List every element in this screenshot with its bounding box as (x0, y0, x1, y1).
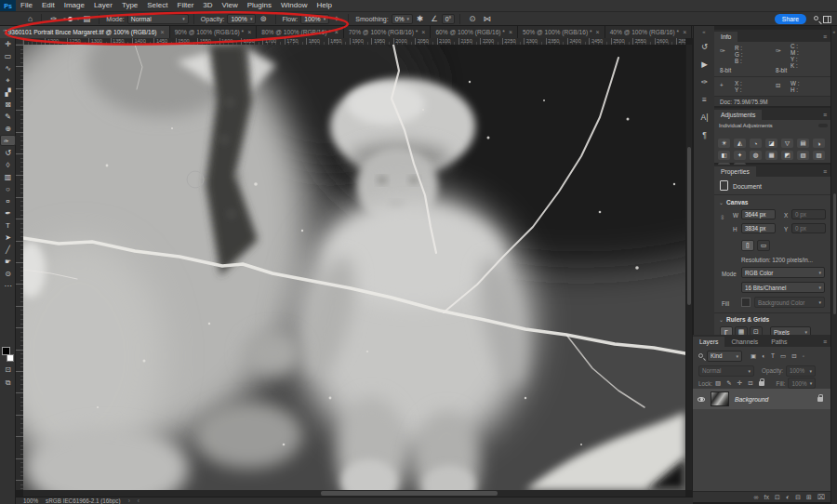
edit-toolbar[interactable]: ⋯ (0, 280, 16, 292)
adjustment-curves-icon[interactable]: ◔ (750, 139, 762, 148)
collapse-dock-icon[interactable]: « (831, 29, 837, 34)
character-panel-icon[interactable]: A| (694, 108, 715, 126)
adjustment-brightness-contrast-icon[interactable]: ☀ (718, 139, 730, 148)
status-popup-chevron[interactable]: › (128, 497, 130, 504)
type-tool[interactable]: T (0, 219, 16, 232)
marquee-tool[interactable]: ▭ (0, 50, 16, 62)
layer-mask-icon[interactable]: ⊡ (775, 494, 780, 501)
menu-file[interactable]: File (16, 0, 37, 11)
filter-adjustment-layers-icon[interactable]: ◐ (762, 352, 765, 360)
opacity-select[interactable]: 100%▾ (227, 14, 256, 24)
document-tab-0[interactable]: 19360101 Portrait Bruce Margaret.tif @ 1… (0, 26, 170, 38)
move-tool[interactable]: ✛ (0, 38, 16, 50)
canvas-height-field[interactable]: 3834 px (741, 223, 776, 233)
adjustment-levels-icon[interactable]: ◭ (734, 139, 746, 148)
brush-tool[interactable]: ✑ (0, 135, 16, 146)
smoothing-select[interactable]: 0%▾ (392, 14, 413, 24)
delete-layer-icon[interactable]: ⌧ (817, 494, 825, 501)
document-canvas[interactable] (23, 45, 685, 490)
share-button[interactable]: Share (775, 14, 806, 24)
adjustment-layer-icon[interactable]: ◐ (786, 494, 790, 500)
document-tab-5[interactable]: 50% @ 100% (RGB/16) *× (518, 26, 605, 38)
horizontal-scrollbar[interactable] (23, 490, 685, 497)
status-popup-chevron-left[interactable]: ‹ (138, 497, 140, 504)
layer-filter-kind-select[interactable]: Kind▾ (707, 351, 742, 362)
zoom-tool[interactable]: ⊙ (0, 268, 16, 280)
eyedropper-tool[interactable]: ✎ (0, 111, 16, 123)
layer-visibility-eye-icon[interactable] (698, 397, 705, 402)
adjustment-invert-icon[interactable]: ◩ (781, 151, 793, 160)
expand-panels-icon[interactable]: « (694, 26, 714, 37)
menu-select[interactable]: Select (142, 0, 172, 11)
adjustment-color-balance-icon[interactable]: ◑ (813, 139, 825, 148)
panel-scrollbar-thumb[interactable] (833, 193, 836, 314)
link-layers-icon[interactable]: ∞ (754, 494, 759, 500)
menu-edit[interactable]: Edit (37, 0, 60, 11)
canvas-section-header[interactable]: ⌄Canvas (719, 199, 749, 206)
orientation-portrait-button[interactable]: ▯ (741, 240, 754, 251)
smoothing-options-gear-icon[interactable]: ✱ (417, 12, 423, 25)
canvas-width-field[interactable]: 3644 px (741, 209, 776, 219)
fill-swatch[interactable] (741, 298, 751, 307)
toolbar-collapse-icon[interactable]: « (3, 27, 6, 33)
tab-adjustments[interactable]: Adjustments (714, 110, 762, 120)
path-selection-tool[interactable]: ➤ (0, 232, 16, 244)
layer-thumbnail[interactable] (711, 391, 729, 406)
adjustment-photo-filter-icon[interactable]: ✦ (734, 151, 746, 160)
link-dimensions-icon[interactable]: ∞ (720, 215, 726, 219)
adjustment-color-lookup-icon[interactable]: ▦ (765, 151, 777, 160)
tab-layers[interactable]: Layers (693, 337, 724, 347)
document-tab-6[interactable]: 40% @ 100% (RGB/16) *× (605, 26, 693, 38)
adjustment-black-white-icon[interactable]: ◧ (718, 151, 730, 160)
zoom-level[interactable]: 100% (23, 497, 38, 504)
tab-info[interactable]: Info (714, 32, 737, 42)
adjustment-exposure-icon[interactable]: ◪ (765, 139, 777, 148)
adjustment-channel-mixer-icon[interactable]: ◍ (750, 151, 762, 160)
menu-3d[interactable]: 3D (198, 0, 217, 11)
lock-paint-icon[interactable]: ✎ (726, 379, 731, 387)
adjustment-hue-saturation-icon[interactable]: ▤ (797, 139, 809, 148)
brush-angle-field[interactable]: 0° (442, 14, 456, 24)
menu-view[interactable]: View (218, 0, 243, 11)
shape-tool[interactable]: ╱ (0, 244, 16, 256)
gradient-tool[interactable]: ▥ (0, 171, 16, 183)
blend-mode-select[interactable]: Normal▾ (127, 14, 189, 24)
layer-name[interactable]: Background (735, 396, 815, 403)
object-selection-tool[interactable]: ⌖ (0, 74, 16, 86)
menu-help[interactable]: Help (312, 0, 336, 11)
adjustment-vibrance-icon[interactable]: ▽ (781, 139, 793, 148)
lock-all-icon[interactable] (759, 381, 764, 386)
tab-close-icon[interactable]: × (683, 29, 686, 35)
lasso-tool[interactable]: ∿ (0, 62, 16, 74)
lock-position-icon[interactable]: ✛ (737, 379, 742, 387)
quick-mask-icon[interactable]: ⊡ (0, 365, 16, 374)
layer-effects-icon[interactable]: fx (764, 494, 769, 500)
brush-settings-panel-icon[interactable]: ✑ (694, 73, 715, 90)
lock-transparency-icon[interactable]: ▨ (715, 379, 721, 387)
adjustment-threshold-icon[interactable]: ▨ (813, 151, 825, 160)
foreground-color-swatch[interactable] (2, 347, 10, 355)
panel-menu-icon[interactable]: ≡ (823, 112, 827, 118)
horizontal-ruler[interactable]: 1200125013001350140014501500155016001650… (23, 38, 685, 45)
menu-layer[interactable]: Layer (89, 0, 117, 11)
brush-preset-icon[interactable]: ✑ (50, 12, 57, 25)
ruler-origin-corner[interactable] (16, 38, 23, 45)
history-brush-tool[interactable]: ↺ (0, 147, 16, 159)
tab-channels[interactable]: Channels (724, 337, 764, 347)
brush-tip-preview[interactable] (68, 17, 73, 21)
screen-mode-icon[interactable]: ⧉ (0, 378, 16, 388)
tab-close-icon[interactable]: × (509, 29, 512, 35)
tab-close-icon[interactable]: × (247, 29, 251, 35)
menu-type[interactable]: Type (117, 0, 142, 11)
tab-close-icon[interactable]: × (161, 29, 165, 35)
symmetry-icon[interactable]: ⋈ (483, 12, 491, 25)
home-icon[interactable]: ⌂ (28, 12, 33, 25)
airbrush-icon[interactable]: ✧ (333, 12, 339, 25)
menu-plugins[interactable]: Plugins (243, 0, 276, 11)
vertical-scrollbar[interactable] (686, 45, 692, 490)
filter-toggle-icon[interactable]: ◦ (803, 352, 804, 360)
pressure-opacity-icon[interactable]: ⊚ (259, 12, 266, 25)
menu-window[interactable]: Window (276, 0, 312, 11)
libraries-panel-icon[interactable]: ≡ (694, 90, 715, 108)
filter-pixel-layers-icon[interactable]: ▣ (751, 352, 756, 360)
